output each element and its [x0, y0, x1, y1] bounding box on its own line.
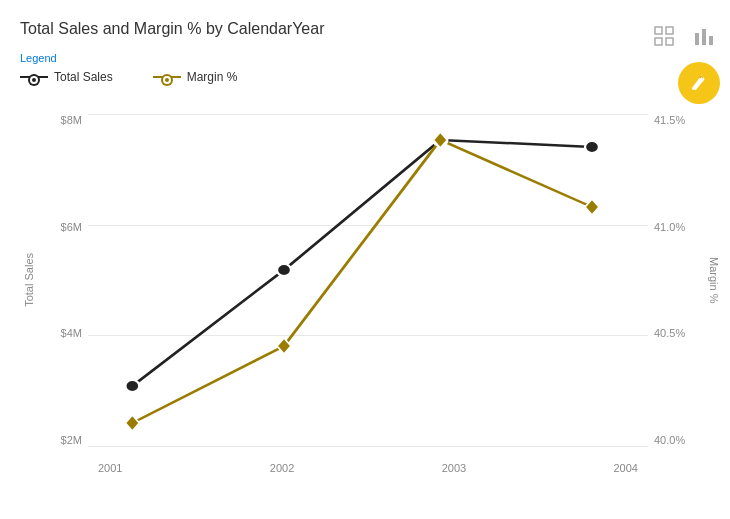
dot-margin-2004	[585, 199, 599, 215]
y-tick-4m: $4M	[61, 327, 82, 339]
dot-total-sales-2002	[277, 264, 291, 276]
chart-svg	[88, 114, 648, 446]
x-tick-2002: 2002	[270, 462, 294, 474]
x-tick-2004: 2004	[613, 462, 637, 474]
legend-label: Legend	[20, 52, 324, 64]
svg-rect-3	[666, 38, 673, 45]
svg-rect-4	[695, 33, 699, 45]
dot-total-sales-2001	[125, 380, 139, 392]
svg-rect-5	[702, 29, 706, 45]
toolbar-top	[648, 20, 720, 52]
chart-title: Total Sales and Margin % by CalendarYear	[20, 20, 324, 38]
grid-line-3	[88, 446, 648, 447]
y-tick-right-410: 41.0%	[654, 221, 685, 233]
y-axis-right-label-col: Margin %	[708, 114, 720, 474]
legend-items: Total Sales Margin %	[20, 70, 324, 84]
toolbar	[648, 20, 720, 104]
y-axis-left: $8M $6M $4M $2M	[38, 114, 88, 474]
y-axis-left-label: Total Sales	[23, 253, 35, 307]
y-axis-left-label-col: Total Sales	[20, 114, 38, 474]
svg-rect-1	[666, 27, 673, 34]
legend-area: Legend Total Sales	[20, 52, 324, 84]
grid-view-button[interactable]	[648, 20, 680, 52]
y-axis-right-label: Margin %	[708, 257, 720, 303]
legend-label-margin: Margin %	[187, 70, 238, 84]
chart-area: Total Sales $8M $6M $4M $2M	[20, 114, 720, 474]
svg-rect-0	[655, 27, 662, 34]
legend-line-total-sales	[20, 76, 48, 78]
y-tick-right-415: 41.5%	[654, 114, 685, 126]
legend-label-total-sales: Total Sales	[54, 70, 113, 84]
legend-item-total-sales: Total Sales	[20, 70, 113, 84]
dot-total-sales-2004	[585, 141, 599, 153]
svg-rect-6	[709, 36, 713, 45]
svg-rect-2	[655, 38, 662, 45]
y-tick-6m: $6M	[61, 221, 82, 233]
bar-chart-button[interactable]	[688, 20, 720, 52]
y-axis-right: 41.5% 41.0% 40.5% 40.0%	[648, 114, 708, 474]
x-tick-2003: 2003	[442, 462, 466, 474]
x-axis-labels: 2001 2002 2003 2004	[88, 462, 648, 474]
chart-container: Total Sales and Margin % by CalendarYear…	[0, 0, 730, 519]
chart-plot-area: 2001 2002 2003 2004	[88, 114, 648, 474]
y-tick-right-400: 40.0%	[654, 434, 685, 446]
x-tick-2001: 2001	[98, 462, 122, 474]
legend-dot-margin	[163, 76, 171, 84]
y-tick-2m: $2M	[61, 434, 82, 446]
dot-margin-2001	[125, 415, 139, 431]
y-tick-8m: $8M	[61, 114, 82, 126]
legend-item-margin: Margin %	[153, 70, 238, 84]
legend-dot-total-sales	[30, 76, 38, 84]
y-tick-right-405: 40.5%	[654, 327, 685, 339]
edit-button[interactable]	[678, 62, 720, 104]
legend-line-margin	[153, 76, 181, 78]
margin-line	[132, 140, 592, 423]
